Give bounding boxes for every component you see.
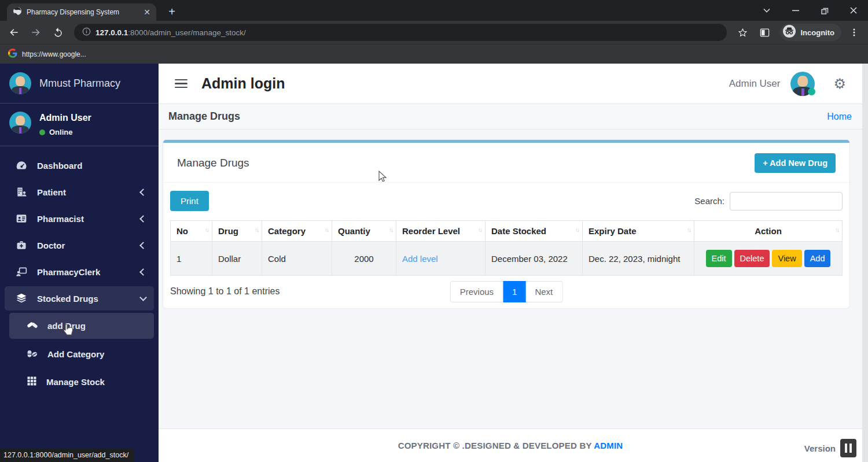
forward-icon[interactable] bbox=[27, 23, 45, 42]
tachometer-icon bbox=[15, 160, 28, 171]
reload-icon[interactable] bbox=[49, 23, 67, 42]
sidebar-item-label: PharmacyClerk bbox=[37, 267, 100, 277]
sidebar-item-label: Patient bbox=[37, 187, 66, 197]
sort-icon[interactable]: ↑↓ bbox=[687, 227, 690, 233]
bookmarks-bar: https://www.google... bbox=[0, 44, 868, 64]
top-navbar: Admin login Admin User ⚙ bbox=[159, 64, 862, 104]
sidebar-item-label: Stocked Drugs bbox=[37, 294, 98, 304]
sidebar-subitem-add-category[interactable]: Add Category bbox=[9, 341, 154, 367]
chevron-left-icon bbox=[139, 215, 147, 223]
current-page-button[interactable]: 1 bbox=[503, 281, 525, 302]
gear-icon[interactable]: ⚙ bbox=[833, 76, 846, 92]
sort-icon[interactable]: ↑↓ bbox=[389, 227, 392, 233]
sort-icon[interactable]: ↑↓ bbox=[205, 227, 208, 233]
sidebar-subitem-add-drug[interactable]: add Drug bbox=[9, 313, 154, 339]
header-avatar-wrap[interactable] bbox=[790, 72, 815, 96]
print-button[interactable]: Print bbox=[170, 191, 209, 211]
restore-icon[interactable] bbox=[810, 0, 839, 21]
sidebar-user-panel[interactable]: Admin User Online bbox=[0, 104, 159, 146]
close-icon[interactable] bbox=[839, 0, 868, 21]
column-header-no[interactable]: No↑↓ bbox=[171, 221, 212, 242]
header-user-label: Admin User bbox=[729, 78, 781, 90]
capsules-icon bbox=[27, 348, 38, 361]
sidebar-item-label: add Drug bbox=[47, 321, 86, 331]
globe-icon bbox=[13, 6, 22, 18]
sort-icon[interactable]: ↑↓ bbox=[835, 227, 838, 233]
browser-titlebar: Pharmacy Dispensing System ✕ + bbox=[0, 0, 868, 21]
version-label: Version bbox=[804, 443, 836, 453]
column-header-category[interactable]: Category↑↓ bbox=[262, 221, 332, 242]
view-button[interactable]: View bbox=[772, 250, 801, 267]
pause-icon[interactable] bbox=[840, 439, 856, 457]
url-text: 127.0.0.1:8000/admin_user/manage_stock/ bbox=[95, 27, 246, 38]
sidebar-item-pharmacyclerk[interactable]: PharmacyClerk bbox=[5, 260, 154, 284]
next-page-button[interactable]: Next bbox=[525, 281, 562, 302]
cell-date-stocked: December 03, 2022 bbox=[486, 242, 583, 276]
column-header-action[interactable]: Action↑↓ bbox=[694, 221, 843, 242]
sidebar-item-label: Manage Stock bbox=[46, 377, 105, 387]
page-title: Admin login bbox=[201, 75, 285, 92]
sidebar-item-label: Pharmacist bbox=[37, 214, 84, 224]
edit-button[interactable]: Edit bbox=[706, 250, 732, 267]
chevron-left-icon bbox=[139, 242, 147, 249]
page-scrollbar[interactable] bbox=[862, 64, 868, 462]
sort-icon[interactable]: ↑↓ bbox=[255, 227, 258, 233]
incognito-badge[interactable]: Incognito bbox=[780, 24, 842, 41]
sidebar-item-doctor[interactable]: Doctor bbox=[5, 233, 154, 257]
sort-icon[interactable]: ↑↓ bbox=[575, 227, 579, 233]
info-icon[interactable] bbox=[82, 27, 91, 38]
column-header-drug[interactable]: Drug↑↓ bbox=[212, 221, 262, 242]
sidebar-subitem-manage-stock[interactable]: Manage Stock bbox=[9, 369, 154, 394]
previous-page-button[interactable]: Previous bbox=[450, 281, 503, 302]
column-header-quantity[interactable]: Quantiy↑↓ bbox=[332, 221, 396, 242]
card-title: Manage Drugs bbox=[177, 157, 249, 169]
brand-avatar bbox=[9, 72, 31, 94]
add-level-link[interactable]: Add level bbox=[402, 254, 438, 264]
new-tab-icon[interactable]: + bbox=[164, 5, 179, 20]
pagination: Previous 1 Next bbox=[450, 281, 563, 302]
search-input[interactable] bbox=[730, 192, 843, 210]
drugs-table: No↑↓ Drug↑↓ Category↑↓ Quantiy↑↓ Reorder… bbox=[170, 220, 843, 276]
sidebar-item-stocked-drugs[interactable]: Stocked Drugs bbox=[5, 286, 154, 311]
admin-link[interactable]: ADMIN bbox=[594, 441, 623, 450]
column-header-reorder-level[interactable]: Reorder Level↑↓ bbox=[396, 221, 486, 242]
browser-tab[interactable]: Pharmacy Dispensing System ✕ bbox=[7, 3, 156, 21]
minimize-icon[interactable] bbox=[781, 0, 810, 21]
side-panel-icon[interactable] bbox=[756, 23, 774, 42]
chevron-left-icon bbox=[139, 268, 147, 276]
cell-drug: Dollar bbox=[212, 242, 262, 276]
hamburger-icon[interactable] bbox=[175, 79, 187, 88]
sort-icon[interactable]: ↑↓ bbox=[325, 227, 328, 233]
chevron-left-icon bbox=[139, 189, 147, 196]
sidebar-item-patient[interactable]: Patient bbox=[5, 180, 154, 204]
bookmark-star-icon[interactable] bbox=[734, 23, 752, 42]
sort-icon[interactable]: ↑↓ bbox=[478, 227, 481, 233]
sidebar: Mmust Pharmacy Admin User Online Dashboa… bbox=[0, 64, 159, 462]
delete-button[interactable]: Delete bbox=[734, 250, 770, 267]
pills-icon bbox=[27, 319, 38, 332]
sidebar-item-dashboard[interactable]: Dashboard bbox=[5, 153, 154, 178]
add-button[interactable]: Add bbox=[804, 250, 831, 267]
grid-table-icon bbox=[27, 376, 37, 388]
home-link[interactable]: Home bbox=[827, 112, 852, 122]
add-new-drug-button[interactable]: + Add New Drug bbox=[755, 153, 836, 173]
tab-close-icon[interactable]: ✕ bbox=[144, 8, 150, 17]
tab-title: Pharmacy Dispensing System bbox=[27, 8, 139, 16]
cell-reorder: Add level bbox=[396, 242, 486, 276]
column-header-date-stocked[interactable]: Date Stocked↑↓ bbox=[486, 221, 583, 242]
google-icon bbox=[8, 49, 17, 60]
sidebar-item-label: Dashboard bbox=[37, 161, 82, 171]
chevron-down-icon bbox=[139, 294, 147, 301]
tab-search-chevron-icon[interactable] bbox=[752, 0, 781, 21]
sidebar-item-pharmacist[interactable]: Pharmacist bbox=[5, 206, 154, 231]
clerk-board-icon bbox=[15, 266, 28, 278]
sidebar-item-label: Doctor bbox=[37, 241, 65, 250]
back-icon[interactable] bbox=[5, 23, 23, 42]
bookmark-item[interactable]: https://www.google... bbox=[22, 50, 86, 58]
column-header-expiry-date[interactable]: Expiry Date↑↓ bbox=[583, 221, 694, 242]
copyright-text: COPYRIGHT © .DESIGNED & DEVELOPED BY ADM… bbox=[398, 441, 623, 450]
brand[interactable]: Mmust Pharmacy bbox=[0, 64, 159, 104]
url-bar[interactable]: 127.0.0.1:8000/admin_user/manage_stock/ bbox=[74, 24, 727, 41]
breadcrumb-bar: Manage Drugs Home bbox=[159, 104, 862, 130]
menu-dots-icon[interactable] bbox=[845, 23, 863, 42]
